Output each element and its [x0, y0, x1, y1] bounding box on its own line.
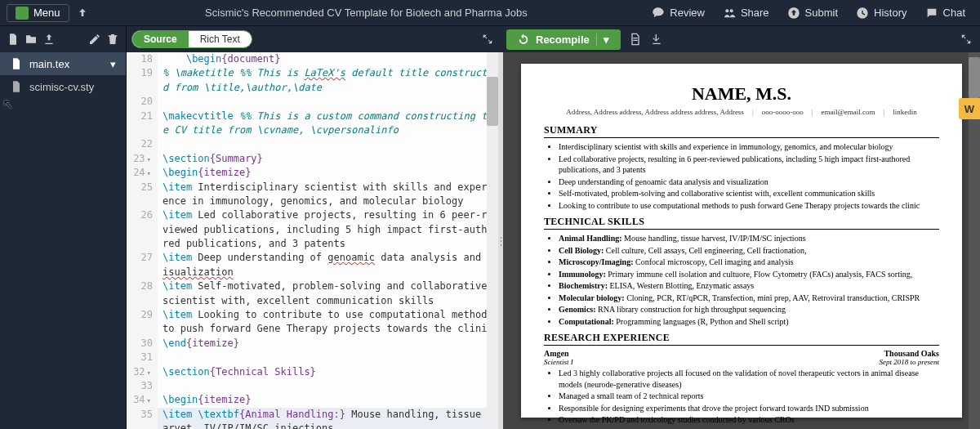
recompile-caret-icon[interactable]: ▾: [596, 34, 609, 46]
file-toolbar: [0, 26, 127, 52]
toolbar-row: Source Rich Text Recompile ▾: [0, 26, 980, 52]
history-button[interactable]: History: [848, 3, 915, 23]
menu-button[interactable]: Menu: [7, 4, 69, 22]
chat-button[interactable]: Chat: [917, 3, 973, 23]
upload-icon[interactable]: [42, 33, 56, 46]
file-icon: [10, 80, 23, 93]
file-item-sty[interactable]: scimisc-cv.sty: [0, 75, 126, 98]
menu-label: Menu: [33, 7, 60, 19]
file-sidebar: main.tex ▾ scimisc-cv.sty: [0, 52, 127, 429]
topbar: Menu Scismic's Recommended CV Template f…: [0, 0, 980, 26]
up-arrow-icon[interactable]: [76, 7, 89, 20]
file-item-main[interactable]: main.tex ▾: [0, 52, 126, 75]
project-title: Scismic's Recommended CV Template for Bi…: [89, 7, 644, 19]
section-skills: TECHNICAL SKILLS: [544, 216, 939, 230]
svg-point-1: [730, 9, 733, 12]
file-icon: [10, 57, 23, 70]
recompile-button[interactable]: Recompile ▾: [506, 29, 621, 50]
recompile-icon: [518, 34, 529, 45]
job-header: AmgenThousand Oaks: [544, 349, 939, 358]
rename-icon[interactable]: [88, 33, 101, 46]
logs-icon[interactable]: [629, 33, 642, 46]
new-file-icon[interactable]: [7, 33, 20, 46]
editor-toolbar: Source Rich Text: [127, 26, 498, 52]
section-summary: SUMMARY: [544, 124, 939, 138]
cv-contact: Address, Address address, Address addres…: [544, 108, 939, 116]
job-subheader: Scientist ISept 2018 to present: [544, 358, 939, 366]
editor-expand-icon[interactable]: [482, 34, 493, 45]
history-icon: [856, 7, 869, 20]
code-editor[interactable]: 18 \begin{document} 19% \maketitle %% Th…: [127, 52, 498, 429]
pdf-expand-icon[interactable]: [960, 34, 972, 45]
chevron-down-icon[interactable]: ▾: [110, 58, 116, 70]
richtext-tab[interactable]: Rich Text: [189, 31, 252, 47]
svg-point-0: [725, 9, 728, 12]
cv-name: NAME, M.S.: [544, 83, 939, 105]
feedback-tab[interactable]: W: [959, 98, 980, 119]
chat-icon: [925, 7, 938, 20]
pdf-toolbar: Recompile ▾: [498, 26, 980, 52]
editor-mode-toggle: Source Rich Text: [131, 30, 252, 48]
download-icon[interactable]: [650, 33, 663, 46]
logo-icon: [16, 7, 29, 20]
main-area: main.tex ▾ scimisc-cv.sty 18 \begin{docu…: [0, 52, 980, 429]
source-tab[interactable]: Source: [132, 31, 189, 47]
pdf-page: NAME, M.S. Address, Address address, Add…: [521, 64, 962, 418]
section-experience: RESEARCH EXPERIENCE: [544, 332, 939, 346]
share-icon: [723, 7, 736, 20]
new-folder-icon[interactable]: [24, 33, 38, 46]
submit-button[interactable]: Submit: [779, 3, 846, 23]
editor-scrollbar[interactable]: [487, 52, 498, 429]
submit-icon: [787, 7, 800, 20]
experience-list: Led 3 highly collaborative projects all …: [544, 368, 939, 426]
summary-list: Interdisciplinary scientist with skills …: [544, 141, 939, 211]
review-icon: [652, 7, 665, 20]
review-button[interactable]: Review: [644, 3, 713, 23]
delete-icon[interactable]: [106, 33, 119, 46]
pdf-preview[interactable]: NAME, M.S. Address, Address address, Add…: [503, 52, 980, 429]
share-button[interactable]: Share: [715, 3, 777, 23]
skills-list: Animal Handling: Mouse handling, tissue …: [544, 233, 939, 327]
